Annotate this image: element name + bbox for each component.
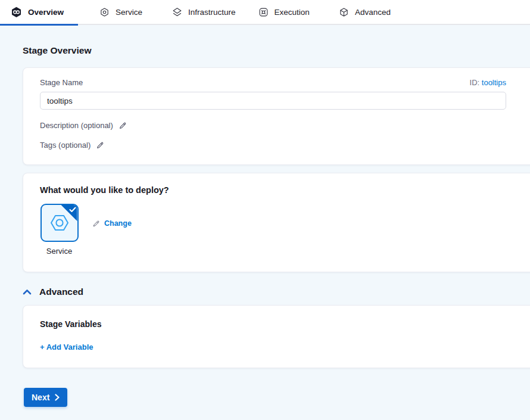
stage-overview-card: Stage Name ID: tooltips Description (opt… — [23, 67, 530, 165]
next-button-label: Next — [32, 393, 49, 402]
stage-id: ID: tooltips — [470, 78, 506, 87]
deploy-option-label: Service — [46, 247, 72, 256]
tab-execution-label: Execution — [275, 8, 310, 17]
deploy-question: What would you like to deploy? — [40, 185, 530, 195]
tab-infrastructure[interactable]: Infrastructure — [151, 0, 244, 24]
stage-name-label: Stage Name — [40, 78, 83, 87]
tags-label: Tags (optional) — [40, 141, 91, 150]
execution-icon — [258, 7, 269, 17]
change-label: Change — [104, 219, 132, 228]
chevron-up-icon — [23, 289, 32, 295]
tab-execution[interactable]: Execution — [244, 0, 318, 24]
tab-infrastructure-label: Infrastructure — [188, 8, 236, 17]
service-icon — [99, 7, 110, 17]
service-hexagon-icon — [49, 213, 70, 232]
tab-service[interactable]: Service — [78, 0, 151, 24]
next-button[interactable]: Next — [24, 388, 67, 407]
edit-pencil-icon[interactable] — [119, 122, 127, 130]
deploy-option-service-tile[interactable] — [40, 204, 79, 242]
stage-tab-bar: Overview Service Infrastructure — [0, 0, 530, 25]
stage-variables-title: Stage Variables — [40, 319, 530, 329]
edit-pencil-icon[interactable] — [96, 141, 104, 150]
advanced-icon — [339, 7, 349, 17]
description-row[interactable]: Description (optional) — [40, 121, 530, 130]
stage-variables-card: Stage Variables + Add Variable — [23, 305, 530, 368]
tab-overview[interactable]: Overview — [0, 0, 78, 24]
tab-advanced[interactable]: Advanced — [318, 0, 399, 24]
tags-row[interactable]: Tags (optional) — [40, 141, 530, 150]
infrastructure-icon — [172, 7, 182, 17]
page-title: Stage Overview — [23, 45, 91, 56]
advanced-section-toggle[interactable]: Advanced — [23, 287, 83, 297]
description-label: Description (optional) — [40, 121, 113, 130]
overview-icon — [11, 7, 22, 18]
stage-id-label: ID: — [470, 78, 480, 87]
stage-id-link[interactable]: tooltips — [482, 78, 506, 87]
edit-pencil-icon — [92, 220, 100, 228]
deploy-type-card: What would you like to deploy? Service — [23, 173, 530, 272]
tab-service-label: Service — [116, 8, 142, 17]
stage-name-input[interactable] — [40, 92, 506, 110]
advanced-section-title: Advanced — [39, 287, 83, 297]
change-deploy-type-link[interactable]: Change — [92, 219, 132, 228]
tab-overview-label: Overview — [28, 8, 64, 17]
tab-advanced-label: Advanced — [355, 8, 391, 17]
add-variable-button[interactable]: + Add Variable — [40, 343, 93, 351]
chevron-right-icon — [55, 394, 60, 401]
